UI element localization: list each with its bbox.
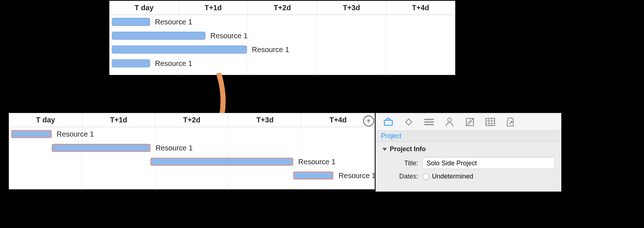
export-icon[interactable] xyxy=(506,117,516,127)
diamond-icon[interactable] xyxy=(404,117,414,127)
timeline-body: Resource 1Resource 1Resource 1Resource 1 xyxy=(9,127,374,190)
gantt-panel-after: T dayT+1dT+2dT+3dT+4d Resource 1Resource… xyxy=(9,113,375,189)
timeline-header-cell: T+3d xyxy=(228,113,302,127)
svg-point-3 xyxy=(448,118,451,122)
task-row: Resource 1 xyxy=(9,155,374,169)
radio-label: Undetermined xyxy=(432,173,473,180)
task-bar[interactable] xyxy=(112,18,150,26)
timeline-header-cell: T+1d xyxy=(179,1,248,15)
section-header[interactable]: Project Info xyxy=(382,145,555,153)
styles-icon[interactable] xyxy=(465,117,475,127)
task-row: Resource 1 xyxy=(110,43,455,56)
timeline-header: T dayT+1dT+2dT+3dT+4d xyxy=(110,1,455,15)
task-label: Resource 1 xyxy=(252,46,289,54)
table-icon[interactable] xyxy=(485,117,495,127)
dates-label: Dates: xyxy=(382,173,423,180)
task-bar[interactable] xyxy=(293,172,334,180)
radio-icon xyxy=(423,173,429,180)
svg-rect-2 xyxy=(406,119,412,125)
svg-rect-1 xyxy=(384,120,392,125)
gantt-panel-before: T dayT+1dT+2dT+3dT+4d Resource 1Resource… xyxy=(109,1,455,75)
task-label: Resource 1 xyxy=(298,158,335,166)
task-label: Resource 1 xyxy=(211,32,248,40)
timeline-header-cell: T+3d xyxy=(317,1,386,15)
project-info-section: Project Info Title: Dates: Undetermined xyxy=(376,142,561,188)
disclosure-triangle-icon xyxy=(382,148,387,151)
timeline-body: Resource 1Resource 1Resource 1Resource 1 xyxy=(110,15,455,75)
task-row: Resource 1 xyxy=(110,56,455,70)
title-label: Title: xyxy=(382,160,423,167)
task-bar[interactable] xyxy=(150,158,293,166)
stack-icon[interactable] xyxy=(424,117,434,127)
task-bar[interactable] xyxy=(112,59,150,67)
task-bar[interactable] xyxy=(112,32,205,40)
timeline-header-cell: T+2d xyxy=(156,113,229,127)
task-label: Resource 1 xyxy=(57,130,94,138)
task-bar[interactable] xyxy=(52,144,150,152)
dates-option-undetermined[interactable]: Undetermined xyxy=(423,173,473,180)
task-label: Resource 1 xyxy=(156,144,193,152)
timeline-header-cell: T day xyxy=(110,1,179,15)
plus-icon: + xyxy=(366,117,371,125)
task-row: Resource 1 xyxy=(110,29,455,43)
svg-rect-8 xyxy=(486,118,495,126)
task-bar[interactable] xyxy=(112,46,247,54)
briefcase-icon[interactable] xyxy=(383,117,393,127)
inspector-panel: Project Project Info Title: Dates: Undet… xyxy=(376,113,561,192)
zoom-in-button[interactable]: + xyxy=(363,115,374,126)
timeline-header-cell: T+1d xyxy=(82,113,156,127)
timeline-header-cell: T day xyxy=(9,113,82,127)
task-row: Resource 1 xyxy=(110,15,455,29)
section-title: Project Info xyxy=(390,145,426,153)
title-field[interactable] xyxy=(423,157,555,169)
task-row: Resource 1 xyxy=(9,169,374,182)
task-label: Resource 1 xyxy=(155,59,192,68)
task-row: Resource 1 xyxy=(9,141,374,155)
timeline-header: T dayT+1dT+2dT+3dT+4d xyxy=(9,113,374,127)
inspector-icon-tabs xyxy=(376,113,561,131)
task-label: Resource 1 xyxy=(338,172,376,180)
task-label: Resource 1 xyxy=(155,18,192,26)
person-icon[interactable] xyxy=(444,117,455,127)
task-row: Resource 1 xyxy=(9,127,374,141)
timeline-header-cell: T+4d xyxy=(386,1,455,15)
timeline-header-cell: T+2d xyxy=(248,1,317,15)
inspector-tab-label: Project xyxy=(376,131,561,142)
task-bar[interactable] xyxy=(11,130,52,138)
